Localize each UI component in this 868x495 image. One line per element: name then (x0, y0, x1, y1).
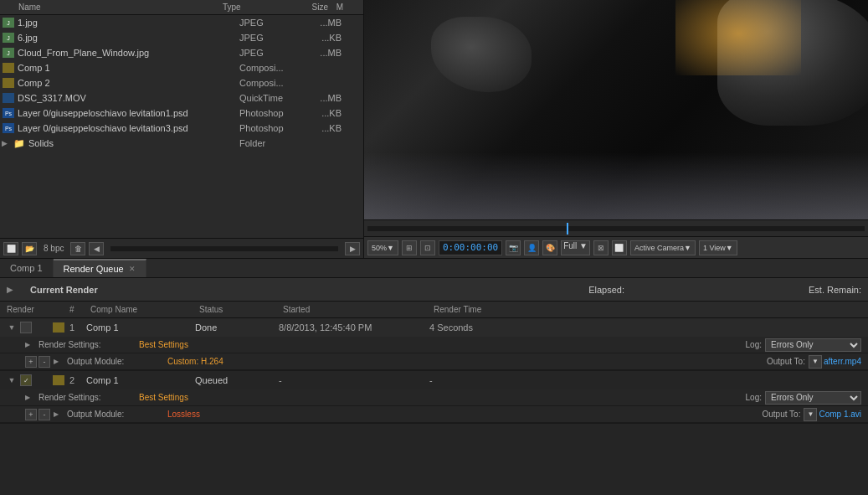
next-button[interactable]: ▶ (345, 242, 360, 255)
new-item-button[interactable]: ⬜ (3, 242, 18, 255)
file-size: ...MB (303, 93, 345, 103)
ps-icon: Ps (2, 122, 15, 134)
render-settings-label-2: Render Settings: (39, 393, 139, 402)
capture-button[interactable]: 📷 (506, 240, 521, 255)
safe-zones-button[interactable]: ⊡ (420, 240, 435, 255)
item1-comp-name[interactable]: Comp 1 (86, 322, 195, 333)
item1-started: 8/8/2013, 12:45:40 PM (279, 322, 429, 333)
prev-button[interactable]: ◀ (89, 242, 104, 255)
list-item[interactable]: Ps Layer 0/giuseppeloschiavo levitation3… (0, 121, 363, 136)
col-m-header: M (331, 3, 348, 12)
list-item[interactable]: Ps Layer 0/giuseppeloschiavo levitation1… (0, 106, 363, 121)
item2-output-module-row: + - ▶ Output Module: Lossless Output To:… (0, 406, 868, 423)
render-item-2-row[interactable]: ▼ ✓ 2 Comp 1 Queued - - (0, 371, 868, 389)
rq-col-render-header[interactable]: Render (7, 305, 53, 314)
color-mgmt-button[interactable]: 🎨 (542, 240, 557, 255)
col-name-header[interactable]: Name (2, 3, 223, 12)
render-item2-checkbox[interactable]: ✓ (20, 374, 32, 386)
open-button[interactable]: 📂 (22, 242, 37, 255)
file-type: JPEG (236, 48, 303, 58)
project-panel: Name Type Size M J 1.jpg JPEG ...MB J 6.… (0, 0, 364, 258)
render-item1-checkbox[interactable] (20, 322, 32, 333)
preview-controls: 50% ▼ ⊞ ⊡ 0:00:00:00 📷 👤 🎨 Full ▼ ⊠ ⬜ Ac… (364, 236, 868, 258)
list-item[interactable]: DSC_3317.MOV QuickTime ...MB (0, 90, 363, 106)
item2-render-settings-row: ▶ Render Settings: Best Settings Log: Er… (0, 389, 868, 406)
file-type: Photoshop (236, 123, 303, 133)
tab-bar: Comp 1 Render Queue ✕ (0, 258, 868, 278)
rq-col-started-header[interactable]: Started (283, 305, 434, 314)
col-size-header[interactable]: Size (290, 3, 331, 12)
preview-timeline[interactable] (364, 219, 868, 236)
quality-select[interactable]: Full ▼ (561, 240, 590, 255)
item2-status: Queued (195, 375, 279, 385)
item1-comp-icon (53, 322, 69, 333)
rq-header: ▶ Current Render Elapsed: Est. Remain: (0, 278, 868, 302)
list-item[interactable]: J 6.jpg JPEG ...KB (0, 30, 363, 45)
rq-col-comp-header[interactable]: Comp Name (90, 305, 199, 314)
output-minus-btn-2[interactable]: - (39, 409, 50, 420)
tab-close-button[interactable]: ✕ (129, 265, 136, 273)
file-list: J 1.jpg JPEG ...MB J 6.jpg JPEG ...KB J … (0, 15, 363, 238)
clouds (364, 152, 868, 219)
output-to-expand-1[interactable]: ▼ (809, 355, 822, 369)
jpeg-icon: J (2, 17, 15, 28)
rq-col-status-header[interactable]: Status (199, 305, 283, 314)
expand-item1-button[interactable]: ▼ (7, 322, 17, 333)
region-button[interactable]: ⬜ (612, 240, 627, 255)
render-settings-value-btn[interactable]: Best Settings (139, 340, 188, 349)
list-item[interactable]: J 1.jpg JPEG ...MB (0, 15, 363, 30)
tab-render-queue[interactable]: Render Queue ✕ (54, 259, 146, 277)
render-item-1-row[interactable]: ▼ 1 Comp 1 Done 8/8/2013, 12:45:40 PM 4 … (0, 318, 868, 337)
rq-col-num-header[interactable]: # (69, 305, 90, 314)
jpeg-icon: J (2, 32, 15, 44)
zoom-select[interactable]: 50% ▼ (367, 240, 398, 255)
timecode-display[interactable]: 0:00:00:00 (439, 240, 502, 255)
output-module-expand-btn[interactable]: ▶ (54, 358, 67, 365)
output-add-btn-2[interactable]: + (25, 409, 37, 420)
trash-button[interactable]: 🗑 (70, 242, 85, 255)
preview-panel: 50% ▼ ⊞ ⊡ 0:00:00:00 📷 👤 🎨 Full ▼ ⊠ ⬜ Ac… (364, 0, 868, 258)
log-select-1[interactable]: Errors Only Plus Settings Plus Per Frame… (765, 338, 861, 352)
column-headers: Name Type Size M (0, 0, 363, 15)
transparency-button[interactable]: ⊠ (593, 240, 609, 255)
col-type-header[interactable]: Type (223, 3, 290, 12)
output-minus-btn-1[interactable]: - (39, 356, 50, 368)
render-settings-expand-btn-2[interactable]: ▶ (25, 394, 39, 401)
item1-num: 1 (69, 322, 86, 333)
fit-frame-button[interactable]: ⊞ (402, 240, 417, 255)
draft-button[interactable]: 👤 (524, 240, 539, 255)
camera-select[interactable]: Active Camera ▼ (630, 240, 696, 255)
render-settings-label: Render Settings: (39, 340, 139, 349)
list-item[interactable]: J Cloud_From_Plane_Window.jpg JPEG ...MB (0, 45, 363, 60)
comp-icon (2, 77, 15, 89)
item2-comp-name[interactable]: Comp 1 (86, 375, 195, 385)
output-add-btn-1[interactable]: + (25, 356, 37, 368)
item1-status: Done (195, 322, 279, 333)
rq-col-headers: Render # Comp Name Status Started Render… (0, 302, 868, 318)
render-settings-value-btn-2[interactable]: Best Settings (139, 393, 188, 402)
project-scrollbar[interactable] (110, 246, 338, 251)
output-module-value-btn[interactable]: Custom: H.264 (167, 357, 223, 366)
jpeg-icon: J (2, 47, 15, 59)
rq-expand-btn[interactable]: ▶ (7, 285, 13, 294)
list-item[interactable]: ▶ 📁 Solids Folder (0, 136, 363, 151)
log-select-2[interactable]: Errors Only Plus Settings Plus Per Frame… (765, 391, 861, 405)
output-module-value-btn-2[interactable]: Lossless (167, 410, 200, 419)
output-to-value-2[interactable]: Comp 1.avi (819, 410, 861, 419)
rq-col-rendertime-header[interactable]: Render Time (434, 305, 534, 314)
render-settings-expand-btn[interactable]: ▶ (25, 341, 39, 348)
playhead (567, 223, 568, 235)
output-module-expand-btn-2[interactable]: ▶ (54, 410, 67, 418)
tab-comp1[interactable]: Comp 1 (0, 259, 54, 277)
output-to-expand-2[interactable]: ▼ (804, 408, 817, 421)
list-item[interactable]: Comp 1 Composi... (0, 60, 363, 75)
output-to-label-2: Output To: (762, 410, 800, 419)
timeline-scrubber[interactable] (367, 226, 865, 231)
item2-rendertime: - (429, 375, 530, 385)
list-item[interactable]: Comp 2 Composi... (0, 75, 363, 90)
file-name: Solids (28, 138, 236, 148)
output-to-value-1[interactable]: afterr.mp4 (824, 357, 861, 366)
item1-rendertime: 4 Seconds (429, 322, 530, 333)
expand-item2-button[interactable]: ▼ (7, 375, 17, 385)
view-select[interactable]: 1 View ▼ (699, 240, 737, 255)
